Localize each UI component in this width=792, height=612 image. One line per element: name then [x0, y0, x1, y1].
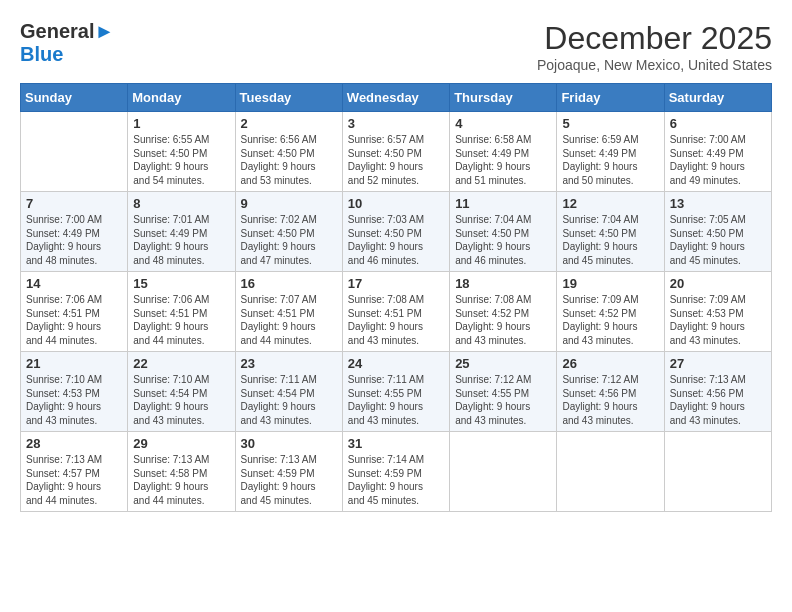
calendar-header-row: SundayMondayTuesdayWednesdayThursdayFrid… [21, 84, 772, 112]
day-info: Sunrise: 7:11 AM Sunset: 4:55 PM Dayligh… [348, 373, 444, 427]
day-info: Sunrise: 7:13 AM Sunset: 4:56 PM Dayligh… [670, 373, 766, 427]
calendar-cell: 3Sunrise: 6:57 AM Sunset: 4:50 PM Daylig… [342, 112, 449, 192]
calendar-cell: 8Sunrise: 7:01 AM Sunset: 4:49 PM Daylig… [128, 192, 235, 272]
header-sunday: Sunday [21, 84, 128, 112]
day-number: 31 [348, 436, 444, 451]
calendar-cell: 30Sunrise: 7:13 AM Sunset: 4:59 PM Dayli… [235, 432, 342, 512]
calendar-week-3: 21Sunrise: 7:10 AM Sunset: 4:53 PM Dayli… [21, 352, 772, 432]
day-number: 17 [348, 276, 444, 291]
day-info: Sunrise: 6:56 AM Sunset: 4:50 PM Dayligh… [241, 133, 337, 187]
day-info: Sunrise: 7:06 AM Sunset: 4:51 PM Dayligh… [133, 293, 229, 347]
calendar-cell [664, 432, 771, 512]
calendar-cell: 22Sunrise: 7:10 AM Sunset: 4:54 PM Dayli… [128, 352, 235, 432]
calendar-cell: 17Sunrise: 7:08 AM Sunset: 4:51 PM Dayli… [342, 272, 449, 352]
logo-line1: General► [20, 20, 114, 43]
calendar-cell: 18Sunrise: 7:08 AM Sunset: 4:52 PM Dayli… [450, 272, 557, 352]
day-info: Sunrise: 7:09 AM Sunset: 4:52 PM Dayligh… [562, 293, 658, 347]
calendar-cell: 19Sunrise: 7:09 AM Sunset: 4:52 PM Dayli… [557, 272, 664, 352]
calendar-cell: 6Sunrise: 7:00 AM Sunset: 4:49 PM Daylig… [664, 112, 771, 192]
day-info: Sunrise: 7:09 AM Sunset: 4:53 PM Dayligh… [670, 293, 766, 347]
calendar-cell: 25Sunrise: 7:12 AM Sunset: 4:55 PM Dayli… [450, 352, 557, 432]
calendar-week-0: 1Sunrise: 6:55 AM Sunset: 4:50 PM Daylig… [21, 112, 772, 192]
calendar-cell: 9Sunrise: 7:02 AM Sunset: 4:50 PM Daylig… [235, 192, 342, 272]
calendar-cell: 28Sunrise: 7:13 AM Sunset: 4:57 PM Dayli… [21, 432, 128, 512]
day-number: 6 [670, 116, 766, 131]
day-number: 21 [26, 356, 122, 371]
calendar-cell: 26Sunrise: 7:12 AM Sunset: 4:56 PM Dayli… [557, 352, 664, 432]
day-info: Sunrise: 7:12 AM Sunset: 4:56 PM Dayligh… [562, 373, 658, 427]
day-number: 22 [133, 356, 229, 371]
day-info: Sunrise: 7:05 AM Sunset: 4:50 PM Dayligh… [670, 213, 766, 267]
calendar-cell: 16Sunrise: 7:07 AM Sunset: 4:51 PM Dayli… [235, 272, 342, 352]
logo-line2: Blue [20, 43, 114, 66]
day-info: Sunrise: 7:01 AM Sunset: 4:49 PM Dayligh… [133, 213, 229, 267]
day-number: 14 [26, 276, 122, 291]
calendar-cell [21, 112, 128, 192]
day-number: 10 [348, 196, 444, 211]
calendar-cell: 1Sunrise: 6:55 AM Sunset: 4:50 PM Daylig… [128, 112, 235, 192]
header-wednesday: Wednesday [342, 84, 449, 112]
calendar-cell: 29Sunrise: 7:13 AM Sunset: 4:58 PM Dayli… [128, 432, 235, 512]
calendar-cell: 2Sunrise: 6:56 AM Sunset: 4:50 PM Daylig… [235, 112, 342, 192]
day-info: Sunrise: 7:04 AM Sunset: 4:50 PM Dayligh… [562, 213, 658, 267]
day-number: 7 [26, 196, 122, 211]
day-info: Sunrise: 7:13 AM Sunset: 4:58 PM Dayligh… [133, 453, 229, 507]
day-info: Sunrise: 6:57 AM Sunset: 4:50 PM Dayligh… [348, 133, 444, 187]
calendar-cell: 14Sunrise: 7:06 AM Sunset: 4:51 PM Dayli… [21, 272, 128, 352]
calendar-cell: 10Sunrise: 7:03 AM Sunset: 4:50 PM Dayli… [342, 192, 449, 272]
header-tuesday: Tuesday [235, 84, 342, 112]
day-number: 29 [133, 436, 229, 451]
day-number: 19 [562, 276, 658, 291]
day-number: 3 [348, 116, 444, 131]
day-number: 2 [241, 116, 337, 131]
calendar-cell: 15Sunrise: 7:06 AM Sunset: 4:51 PM Dayli… [128, 272, 235, 352]
day-info: Sunrise: 7:13 AM Sunset: 4:59 PM Dayligh… [241, 453, 337, 507]
day-number: 4 [455, 116, 551, 131]
day-info: Sunrise: 7:10 AM Sunset: 4:53 PM Dayligh… [26, 373, 122, 427]
day-info: Sunrise: 7:03 AM Sunset: 4:50 PM Dayligh… [348, 213, 444, 267]
day-number: 8 [133, 196, 229, 211]
day-number: 16 [241, 276, 337, 291]
day-number: 18 [455, 276, 551, 291]
day-info: Sunrise: 7:11 AM Sunset: 4:54 PM Dayligh… [241, 373, 337, 427]
page-header: General► Blue December 2025 Pojoaque, Ne… [20, 20, 772, 73]
day-number: 28 [26, 436, 122, 451]
day-number: 24 [348, 356, 444, 371]
location: Pojoaque, New Mexico, United States [537, 57, 772, 73]
calendar-cell: 13Sunrise: 7:05 AM Sunset: 4:50 PM Dayli… [664, 192, 771, 272]
calendar-cell: 20Sunrise: 7:09 AM Sunset: 4:53 PM Dayli… [664, 272, 771, 352]
day-number: 12 [562, 196, 658, 211]
day-number: 15 [133, 276, 229, 291]
day-info: Sunrise: 7:08 AM Sunset: 4:51 PM Dayligh… [348, 293, 444, 347]
day-number: 27 [670, 356, 766, 371]
logo: General► Blue [20, 20, 114, 66]
calendar-week-1: 7Sunrise: 7:00 AM Sunset: 4:49 PM Daylig… [21, 192, 772, 272]
day-info: Sunrise: 6:58 AM Sunset: 4:49 PM Dayligh… [455, 133, 551, 187]
calendar-cell: 24Sunrise: 7:11 AM Sunset: 4:55 PM Dayli… [342, 352, 449, 432]
day-number: 30 [241, 436, 337, 451]
day-number: 11 [455, 196, 551, 211]
day-number: 26 [562, 356, 658, 371]
month-title: December 2025 [537, 20, 772, 57]
calendar-cell: 12Sunrise: 7:04 AM Sunset: 4:50 PM Dayli… [557, 192, 664, 272]
day-info: Sunrise: 7:06 AM Sunset: 4:51 PM Dayligh… [26, 293, 122, 347]
day-info: Sunrise: 7:02 AM Sunset: 4:50 PM Dayligh… [241, 213, 337, 267]
day-info: Sunrise: 7:08 AM Sunset: 4:52 PM Dayligh… [455, 293, 551, 347]
day-info: Sunrise: 6:55 AM Sunset: 4:50 PM Dayligh… [133, 133, 229, 187]
day-number: 20 [670, 276, 766, 291]
day-number: 9 [241, 196, 337, 211]
header-saturday: Saturday [664, 84, 771, 112]
calendar-table: SundayMondayTuesdayWednesdayThursdayFrid… [20, 83, 772, 512]
calendar-week-4: 28Sunrise: 7:13 AM Sunset: 4:57 PM Dayli… [21, 432, 772, 512]
day-info: Sunrise: 7:13 AM Sunset: 4:57 PM Dayligh… [26, 453, 122, 507]
calendar-cell: 5Sunrise: 6:59 AM Sunset: 4:49 PM Daylig… [557, 112, 664, 192]
calendar-cell: 23Sunrise: 7:11 AM Sunset: 4:54 PM Dayli… [235, 352, 342, 432]
day-number: 13 [670, 196, 766, 211]
day-number: 1 [133, 116, 229, 131]
calendar-cell: 4Sunrise: 6:58 AM Sunset: 4:49 PM Daylig… [450, 112, 557, 192]
day-info: Sunrise: 7:12 AM Sunset: 4:55 PM Dayligh… [455, 373, 551, 427]
title-block: December 2025 Pojoaque, New Mexico, Unit… [537, 20, 772, 73]
calendar-cell [450, 432, 557, 512]
calendar-cell: 21Sunrise: 7:10 AM Sunset: 4:53 PM Dayli… [21, 352, 128, 432]
header-friday: Friday [557, 84, 664, 112]
